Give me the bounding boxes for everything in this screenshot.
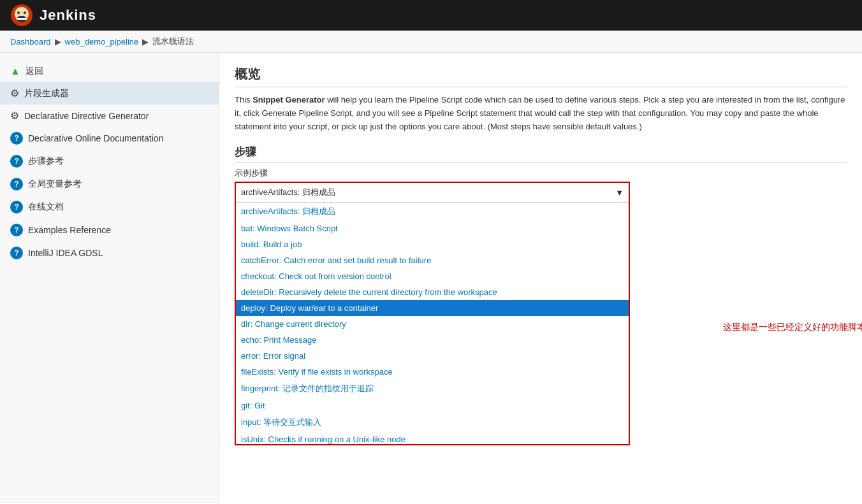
snippet-generator-label: Snippet Generator (252, 95, 325, 104)
breadcrumb-sep-2: ▶ (142, 37, 149, 47)
dropdown-list-item[interactable]: dir: Change current directory (236, 316, 629, 332)
sidebar-item-back[interactable]: ▲ 返回 (0, 61, 219, 82)
header: Jenkins (0, 0, 862, 31)
svg-rect-3 (17, 18, 27, 20)
question-icon-intellij: ? (10, 247, 23, 259)
sidebar-item-online-doc[interactable]: ? Declarative Online Documentation (0, 127, 219, 150)
jenkins-logo: Jenkins (10, 4, 96, 27)
sidebar-item-label-directive: Declarative Directive Generator (24, 111, 149, 121)
sidebar-item-global-var[interactable]: ? 全局变量参考 (0, 173, 219, 196)
question-icon-online-doc: ? (10, 132, 23, 145)
question-icon-steps-ref: ? (10, 155, 23, 168)
dropdown-list-item[interactable]: catchError: Catch error and set build re… (236, 252, 629, 268)
question-icon-examples: ? (10, 224, 23, 236)
dropdown-list-item[interactable]: git: Git (236, 398, 629, 414)
sidebar-item-label-snippet: 片段生成器 (24, 88, 69, 99)
annotation-label: 这里都是一些已经定义好的功能脚本 (723, 322, 862, 333)
dropdown-list-item[interactable]: error: Error signal (236, 348, 629, 364)
sidebar-item-label-steps-ref: 步骤参考 (28, 155, 64, 167)
dropdown-list-item[interactable]: deploy: Deploy war/ear to a container (236, 300, 629, 316)
svg-point-5 (24, 11, 26, 14)
steps-dropdown-container: archiveArtifacts: 归档成品 ▼ archiveArtifact… (235, 182, 630, 445)
sidebar-item-steps-ref[interactable]: ? 步骤参考 (0, 150, 219, 173)
sidebar-item-label-online-doc: Declarative Online Documentation (28, 133, 163, 143)
breadcrumb-sep-1: ▶ (55, 37, 61, 47)
breadcrumb: Dashboard ▶ web_demo_pipeline ▶ 流水线语法 (0, 31, 862, 53)
sidebar-item-directive[interactable]: ⚙ Declarative Directive Generator (0, 104, 219, 127)
sidebar-item-examples[interactable]: ? Examples Reference (0, 219, 219, 241)
dropdown-list-item[interactable]: fingerprint: 记录文件的指纹用于追踪 (236, 380, 629, 398)
up-arrow-icon: ▲ (10, 66, 20, 77)
overview-text-before: This (235, 95, 252, 104)
sidebar-item-label-examples: Examples Reference (28, 225, 111, 235)
dropdown-list-item[interactable]: deleteDir: Recursively delete the curren… (236, 284, 629, 300)
gear-icon-snippet: ⚙ (10, 87, 19, 99)
gear-icon-directive: ⚙ (10, 110, 19, 122)
overview-text: This Snippet Generator will help you lea… (235, 94, 847, 133)
layout: ▲ 返回 ⚙ 片段生成器 ⚙ Declarative Directive Gen… (0, 53, 862, 503)
steps-title: 步骤 (235, 145, 847, 162)
sidebar-item-label-back: 返回 (26, 66, 43, 77)
breadcrumb-dashboard[interactable]: Dashboard (10, 37, 51, 47)
dropdown-wrapper: archiveArtifacts: 归档成品 ▼ archiveArtifact… (235, 182, 655, 446)
overview-title: 概览 (235, 66, 847, 87)
breadcrumb-pipeline[interactable]: web_demo_pipeline (65, 37, 139, 47)
svg-point-4 (17, 11, 20, 14)
sidebar-item-snippet[interactable]: ⚙ 片段生成器 (0, 82, 219, 104)
main-content: 概览 This Snippet Generator will help you … (219, 53, 862, 503)
dropdown-selected-text: archiveArtifacts: 归档成品 (241, 187, 335, 198)
question-icon-global-var: ? (10, 178, 23, 191)
sidebar: ▲ 返回 ⚙ 片段生成器 ⚙ Declarative Directive Gen… (0, 53, 219, 503)
overview-text-after: will help you learn the Pipeline Script … (235, 95, 845, 131)
jenkins-icon (10, 4, 33, 27)
question-icon-online: ? (10, 201, 23, 213)
sidebar-item-online[interactable]: ? 在线文档 (0, 196, 219, 219)
dropdown-list-item[interactable]: bat: Windows Batch Script (236, 220, 629, 236)
dropdown-list-item[interactable]: checkout: Check out from version control (236, 268, 629, 284)
dropdown-list-item[interactable]: echo: Print Message (236, 332, 629, 348)
sidebar-item-label-online: 在线文档 (28, 201, 64, 213)
dropdown-list-item[interactable]: archiveArtifacts: 归档成品 (236, 203, 629, 220)
dropdown-list-item[interactable]: build: Build a job (236, 236, 629, 252)
dropdown-selected-value[interactable]: archiveArtifacts: 归档成品 ▼ (236, 183, 629, 202)
sidebar-item-label-global-var: 全局变量参考 (28, 178, 82, 190)
sidebar-item-label-intellij: IntelliJ IDEA GDSL (28, 248, 103, 258)
app-title: Jenkins (40, 7, 96, 24)
chevron-down-icon: ▼ (615, 188, 624, 198)
dropdown-list: archiveArtifacts: 归档成品bat: Windows Batch… (236, 202, 629, 444)
dropdown-list-item[interactable]: isUnix: Checks if running on a Unix-like… (236, 431, 629, 444)
dropdown-list-item[interactable]: input: 等待交互式输入 (236, 414, 629, 431)
sidebar-item-intellij[interactable]: ? IntelliJ IDEA GDSL (0, 241, 219, 264)
breadcrumb-current: 流水线语法 (152, 36, 194, 47)
steps-subtitle: 示例步骤 (235, 168, 847, 179)
dropdown-list-item[interactable]: fileExists: Verify if file exists in wor… (236, 364, 629, 380)
